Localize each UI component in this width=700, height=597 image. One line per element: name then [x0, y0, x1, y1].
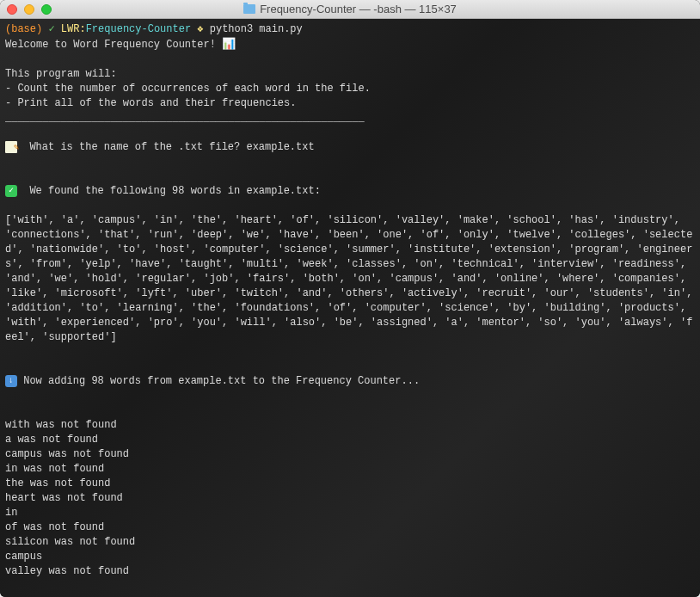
title-text: Frequency-Counter — -bash — 115×37: [260, 3, 457, 15]
welcome-line: Welcome to Word Frequency Counter!: [5, 39, 222, 51]
prompt-host: LWR:: [61, 23, 86, 35]
intro-line-2: - Print all of the words and their frequ…: [5, 97, 296, 109]
memo-icon: [5, 141, 17, 153]
prompt-check-icon: ✓: [48, 23, 54, 35]
not-found-line: in: [5, 507, 17, 519]
adding-header: Now adding 98 words from example.txt to …: [23, 375, 420, 387]
folder-icon: [243, 4, 255, 14]
not-found-line: of was not found: [5, 521, 104, 533]
checkmark-icon: ✓: [5, 185, 17, 197]
intro-header: This program will:: [5, 68, 117, 80]
minimize-button[interactable]: [24, 4, 34, 15]
chart-icon: 📊: [222, 37, 236, 52]
prompt-path: Frequency-Counter: [86, 23, 191, 35]
not-found-line: campus was not found: [5, 448, 129, 460]
found-header: We found the following 98 words in examp…: [29, 185, 320, 197]
not-found-line: with was not found: [5, 419, 117, 431]
word-list-output: ['with', 'a', 'campus', 'in', 'the', 'he…: [5, 214, 699, 343]
traffic-lights: [7, 4, 52, 15]
not-found-line: campus: [5, 551, 42, 563]
terminal-content[interactable]: (base) ✓ LWR:Frequency-Counter ❖ python3…: [0, 19, 700, 597]
not-found-line: in was not found: [5, 463, 104, 475]
prompt-env: (base): [5, 23, 42, 35]
close-button[interactable]: [7, 4, 17, 15]
titlebar[interactable]: Frequency-Counter — -bash — 115×37: [0, 0, 700, 19]
intro-line-1: - Count the number of occurrences of eac…: [5, 83, 371, 95]
maximize-button[interactable]: [41, 4, 52, 15]
divider-line: ________________________________________…: [5, 112, 365, 124]
not-found-line: heart was not found: [5, 492, 123, 504]
file-prompt: What is the name of the .txt file? examp…: [29, 141, 314, 153]
not-found-line: a was not found: [5, 434, 98, 446]
arrow-down-icon: ↓: [5, 375, 17, 387]
not-found-line: the was not found: [5, 477, 110, 489]
window-title: Frequency-Counter — -bash — 115×37: [0, 3, 700, 15]
not-found-line: valley was not found: [5, 565, 129, 577]
not-found-line: silicon was not found: [5, 536, 135, 548]
prompt-symbol: ❖: [197, 23, 203, 35]
terminal-window: Frequency-Counter — -bash — 115×37 (base…: [0, 0, 700, 597]
command-text: python3 main.py: [210, 23, 303, 35]
